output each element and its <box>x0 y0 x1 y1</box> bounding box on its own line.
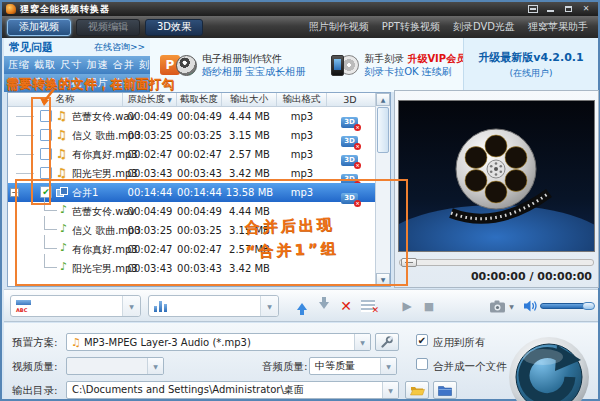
convert-button[interactable] <box>507 335 591 401</box>
chevron-down-icon[interactable]: ▼ <box>382 382 398 398</box>
scroll-up-icon[interactable]: ▲ <box>376 93 390 106</box>
table-child-row[interactable]: ♪ 有你真好.mp3 00:02:47 00:02:47 2.57 MB <box>8 240 390 259</box>
video-quality-label: 视频质量: <box>12 360 58 374</box>
tree-line <box>16 154 34 155</box>
col-name[interactable]: 名称 <box>8 93 123 106</box>
row-checkbox[interactable] <box>40 110 52 122</box>
menu-burn-dvd[interactable]: 刻录DVD光盘 <box>453 20 515 34</box>
promo-burn-line1a[interactable]: 新手刻录 <box>364 53 404 64</box>
move-down-button[interactable] <box>315 296 333 316</box>
col-original-length[interactable]: 原始长度▼ <box>123 93 177 106</box>
volume-slider[interactable] <box>540 303 594 309</box>
audio-quality-select[interactable]: 中等质量 ▼ <box>309 357 397 375</box>
faq-links-row1[interactable]: 压缩 截取 尺寸 加速 合并 刻录 <box>4 56 150 74</box>
volume-thumb[interactable] <box>582 302 595 310</box>
audio-quality-value: 中等质量 <box>315 359 355 373</box>
preview-panel: 00:00:00 / 00:00:00 <box>394 90 599 288</box>
table-child-row[interactable]: ♪ 阳光宅男.mp3 00:03:43 00:03:43 3.42 MB <box>8 259 390 278</box>
music-note-icon: ♫ <box>71 336 81 349</box>
chevron-down-icon[interactable]: ▼ <box>260 296 278 316</box>
promo-burn[interactable]: 新手刻录 升级VIP会员 刻录卡拉OK 连续刷 <box>331 52 466 78</box>
play-icon: ▶ <box>402 299 411 313</box>
minimize-icon[interactable] <box>544 4 556 13</box>
stop-icon: ■ <box>424 300 434 313</box>
col-output-size[interactable]: 输出大小 <box>222 93 277 106</box>
menu-apple-helper[interactable]: 狸窝苹果助手 <box>528 20 588 34</box>
tree-line <box>16 116 34 117</box>
mute-button[interactable] <box>521 296 539 316</box>
table-scrollbar[interactable]: ▲ ▼ <box>375 93 390 286</box>
play-button[interactable]: ▶ <box>398 296 416 316</box>
promo-album-line2[interactable]: 婚纱相册 宝宝成长相册 <box>202 65 305 78</box>
online-consult-link[interactable]: 在线咨询>> <box>94 41 145 54</box>
vip-upgrade-link[interactable]: 升级VIP会员 <box>407 53 466 64</box>
chevron-down-icon[interactable]: ▼ <box>509 303 514 310</box>
subtitle-icon: ABC <box>16 300 31 313</box>
tree-collapse-icon[interactable]: − <box>10 188 19 197</box>
table-row[interactable]: ♫ 有你真好.mp3 00:02:47 00:02:47 2.57 MB mp3… <box>8 145 390 164</box>
tab-video-edit[interactable]: 视频编辑 <box>76 19 140 36</box>
table-child-row[interactable]: ♪ 芭蕾女伶.wav 00:04:49 00:04:49 4.44 MB <box>8 202 390 221</box>
speaker-icon <box>524 300 537 312</box>
menu-ppt-convert[interactable]: PPT转换视频 <box>382 20 440 34</box>
chevron-down-icon[interactable]: ▼ <box>354 334 370 350</box>
up-arrow-icon <box>297 298 307 310</box>
subtitle-select[interactable]: ABC ▼ <box>10 295 141 317</box>
browse-folder-button[interactable] <box>433 381 457 399</box>
upgrade-box[interactable]: 升级最新版v4.2.0.1 (在线用户) <box>463 38 598 92</box>
table-header: 名称 原始长度▼ 截取长度 输出大小 输出格式 3D <box>8 93 390 107</box>
top-menu: 照片制作视频 PPT转换视频 刻录DVD光盘 狸窝苹果助手 <box>309 16 588 38</box>
preset-select[interactable]: ♫ MP3-MPEG Layer-3 Audio (*.mp3) ▼ <box>66 333 371 351</box>
close-icon[interactable]: ✕ <box>580 4 592 13</box>
col-output-format[interactable]: 输出格式 <box>277 93 327 106</box>
chevron-down-icon[interactable]: ▼ <box>122 296 140 316</box>
merge-one-file-checkbox[interactable] <box>416 358 428 370</box>
skin-icon[interactable] <box>528 5 538 13</box>
video-quality-select[interactable]: ▼ <box>66 357 164 375</box>
preset-label: 预置方案: <box>12 336 58 350</box>
row-checkbox[interactable] <box>40 148 52 160</box>
delete-button[interactable]: ✕ <box>337 296 355 316</box>
table-row[interactable]: ♫ 信义 歌曲.mp3 00:03:25 00:03:25 3.15 MB mp… <box>8 126 390 145</box>
promo-burn-line2[interactable]: 刻录卡拉OK 连续刷 <box>364 65 466 78</box>
scrollbar-thumb[interactable] <box>377 107 389 153</box>
music-file-icon: ♫ <box>56 147 67 161</box>
tree-line <box>16 135 34 136</box>
tab-add-video[interactable]: 添加视频 <box>7 19 71 36</box>
table-row-merged-selected[interactable]: − ✔ 合并1 00:14:44 00:14:44 13.58 MB mp3 3… <box>8 183 390 202</box>
seek-thumb[interactable] <box>401 258 417 267</box>
promo-album[interactable]: P 电子相册制作软件 婚纱相册 宝宝成长相册 <box>160 52 305 78</box>
preset-settings-button[interactable] <box>375 333 399 351</box>
maximize-icon[interactable] <box>562 4 574 13</box>
apply-all-checkbox[interactable]: ✔ <box>416 334 428 346</box>
clear-list-button[interactable]: ✕ <box>359 296 377 316</box>
seek-bar[interactable] <box>399 259 594 266</box>
move-up-button[interactable] <box>293 296 311 316</box>
audio-track-select[interactable]: ▼ <box>148 295 279 317</box>
table-row[interactable]: ♫ 芭蕾女伶.wav 00:04:49 00:04:49 4.44 MB mp3… <box>8 107 390 126</box>
col-3d[interactable]: 3D <box>327 93 373 106</box>
snapshot-button[interactable]: ▼ <box>487 296 517 316</box>
faq-sidebar: 常见问题 在线咨询>> 压缩 截取 尺寸 加速 合并 刻录 字幕 音乐 手机 照… <box>4 38 150 92</box>
open-folder-button[interactable] <box>405 381 429 399</box>
chevron-down-icon[interactable]: ▼ <box>380 358 396 374</box>
sort-desc-icon: ▼ <box>167 96 172 103</box>
row-checkbox[interactable] <box>40 167 52 179</box>
table-row[interactable]: ♫ 阳光宅男.mp3 00:03:43 00:03:43 3.42 MB mp3… <box>8 164 390 183</box>
delete-icon: ✕ <box>340 298 352 314</box>
stop-button[interactable]: ■ <box>420 296 438 316</box>
music-file-icon: ♫ <box>56 109 67 123</box>
apply-all-label: 应用到所有 <box>433 336 486 350</box>
faq-links-row2[interactable]: 字幕 音乐 手机 照片 快播 <box>4 74 150 92</box>
upgrade-version[interactable]: 升级最新版v4.2.0.1 <box>478 50 583 65</box>
output-dir-select[interactable]: C:\Documents and Settings\Administrator\… <box>66 381 399 399</box>
table-child-row[interactable]: ♪ 信义 歌曲.mp3 00:03:25 00:03:25 3.15 MB <box>8 221 390 240</box>
row-checkbox[interactable] <box>40 129 52 141</box>
tab-3d-effects[interactable]: 3D效果 <box>145 19 203 36</box>
promo-album-line1[interactable]: 电子相册制作软件 <box>202 52 305 65</box>
folder-icon <box>438 385 452 396</box>
col-trim-length[interactable]: 截取长度 <box>177 93 222 106</box>
menu-photo-to-video[interactable]: 照片制作视频 <box>309 20 369 34</box>
scroll-down-icon[interactable]: ▼ <box>376 273 390 286</box>
down-arrow-icon <box>319 302 329 314</box>
